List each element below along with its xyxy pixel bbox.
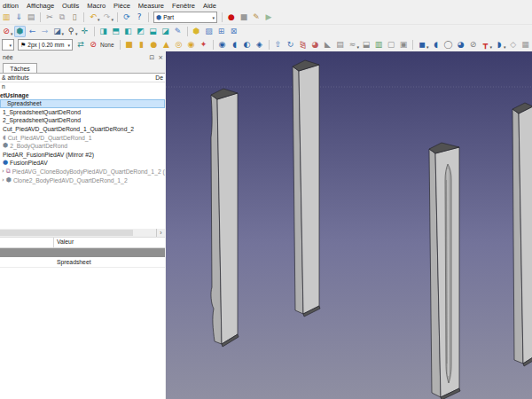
menu-aide[interactable]: Aide xyxy=(203,2,216,10)
python-console-icon[interactable]: ⬢ xyxy=(191,26,202,37)
view-top-icon[interactable]: ⬒ xyxy=(110,26,121,37)
post-tall-leg[interactable] xyxy=(293,60,320,317)
property-row[interactable]: Spreadsheet xyxy=(0,258,165,268)
join-icon[interactable]: ◉ xyxy=(216,39,228,51)
scrollbar-thumb[interactable] xyxy=(0,230,133,236)
save-icon[interactable]: ⇓ xyxy=(13,12,25,23)
tree-item-cut-piedavd-quartderond-1-quartderond-2[interactable]: Cut_PiedAVD_QuartDeRond_1_QuartDeRond_2 xyxy=(0,125,165,134)
tree-item-2-spreadsheetquartderond[interactable]: 2_SpreadsheetQuartDeRond xyxy=(0,116,165,125)
sphere-primitive-icon[interactable]: ● xyxy=(148,39,160,51)
macro-edit-icon[interactable]: ✎ xyxy=(251,12,262,23)
menu-pi-ce[interactable]: Pièce xyxy=(113,2,130,10)
open-icon[interactable]: ▥ xyxy=(1,12,12,23)
post-front-left-leg[interactable] xyxy=(211,89,239,347)
menu-measure[interactable]: Measure xyxy=(138,2,164,10)
common-boolean-icon[interactable]: ◯ xyxy=(442,39,454,51)
offset-icon[interactable]: ▢ xyxy=(386,39,397,51)
link-window-icon[interactable]: ⊠ xyxy=(228,26,239,37)
post-grooved-leg[interactable] xyxy=(429,143,460,399)
tree-item-2-bodyquartderond[interactable]: ⬢2_BodyQuartDeRond xyxy=(0,142,165,151)
folder-icon[interactable]: ▨ xyxy=(203,26,215,37)
new-window-icon[interactable]: ⊞ xyxy=(215,26,227,37)
3d-scene[interactable] xyxy=(166,51,532,399)
connect-icon[interactable]: ◐ xyxy=(241,39,253,51)
extrude-icon[interactable]: ⇧ xyxy=(272,39,284,51)
menu-outils[interactable]: Outils xyxy=(62,2,79,10)
cylinder-primitive-icon[interactable]: ▮ xyxy=(136,39,147,51)
tree-item-cut-piedavd-quartderond-1[interactable]: ◖Cut_PiedAVD_QuartDeRond_1 xyxy=(0,134,165,143)
menu-fen-tre[interactable]: Fenêtre xyxy=(172,2,195,10)
tree-header[interactable]: & attributs De xyxy=(0,74,165,82)
embed-icon[interactable]: ◈ xyxy=(254,39,265,51)
defeaturing-icon[interactable]: ◇ xyxy=(507,39,519,51)
tree-item-clone2-bodypiedavd-quartderond-1-2[interactable]: ›⬢Clone2_BodyPiedAVD_QuartDeRond_1_2 xyxy=(0,176,165,185)
box-primitive-icon[interactable]: ■ xyxy=(123,39,135,51)
tube-primitive-icon[interactable]: ◉ xyxy=(185,39,197,51)
appearance-none-icon[interactable]: ⊘ xyxy=(88,39,99,51)
view-rear-icon[interactable]: ◩ xyxy=(135,26,146,37)
measure-icon[interactable]: ✎ xyxy=(172,26,184,37)
macro-record-icon[interactable]: ● xyxy=(226,12,238,23)
float-panel-icon[interactable]: ⊡ xyxy=(149,54,154,61)
expander-icon[interactable]: › xyxy=(2,168,4,176)
torus-primitive-icon[interactable]: ◎ xyxy=(173,39,184,51)
workbench-selector[interactable]: ⬢Part▾ xyxy=(153,12,217,23)
line-width-combo[interactable]: ⚑2px | 0.20 mm▾ xyxy=(18,39,73,51)
cross-sections-icon[interactable]: ▥ xyxy=(373,39,385,51)
tree-item-label: PiedAR_FusionPiedAV (Mirror #2) xyxy=(3,151,94,160)
shape-builder-icon[interactable]: ✦ xyxy=(198,39,209,51)
fit-all-icon[interactable]: ✛ xyxy=(79,26,90,37)
menu-affichage[interactable]: Affichage xyxy=(27,2,54,10)
split-icon[interactable]: ◖ xyxy=(229,39,240,51)
check-geometry-icon[interactable]: ▦ xyxy=(520,39,531,51)
scroll-right-arrow-icon[interactable]: › xyxy=(156,229,165,237)
tree-item-label: PiedAVG_CloneBodyBodyPiedAVD_QuartDeRond… xyxy=(12,168,165,176)
copy-icon[interactable]: ⧉ xyxy=(57,12,68,23)
nav-back-icon[interactable]: ← xyxy=(27,26,38,37)
view-bottom-icon[interactable]: ⬓ xyxy=(147,26,159,37)
expander-icon[interactable]: › xyxy=(2,176,4,185)
mirror-icon[interactable]: ⧎ xyxy=(297,39,309,51)
tree-horizontal-scrollbar[interactable]: › xyxy=(0,229,165,238)
menu-macro[interactable]: Macro xyxy=(87,2,106,10)
view-right-icon[interactable]: ◧ xyxy=(122,26,134,37)
menu-dition[interactable]: dition xyxy=(3,2,19,10)
chamfer-icon[interactable]: ◣ xyxy=(322,39,333,51)
print-icon[interactable]: ▤ xyxy=(26,12,37,23)
thickness-icon[interactable]: ▣ xyxy=(398,39,410,51)
close-panel-icon[interactable]: × xyxy=(158,54,163,61)
xor-boolean-icon[interactable]: ⊘ xyxy=(467,39,479,51)
cut-boolean-icon[interactable]: ◖ xyxy=(430,39,442,51)
revolve-icon[interactable]: ↻ xyxy=(285,39,296,51)
tree-item-piedavg-clonebodybodypiedavd-quartderond[interactable]: ›⧉PiedAVG_CloneBodyBodyPiedAVD_QuartDeRo… xyxy=(0,168,165,176)
tree-item-application[interactable]: n xyxy=(0,82,165,91)
whats-this-icon[interactable]: ? xyxy=(134,12,145,23)
loft-icon[interactable]: ▤ xyxy=(334,39,346,51)
cone-primitive-icon[interactable]: ▲ xyxy=(160,39,172,51)
view-left-icon[interactable]: ◪ xyxy=(160,26,171,37)
view-front-icon[interactable]: ◨ xyxy=(98,26,109,37)
macro-play-icon[interactable]: ▶ xyxy=(263,12,275,23)
paste-icon[interactable]: ▯ xyxy=(69,12,81,23)
freecad-window: ditionAffichageOutilsMacroPièceMeasureFe… xyxy=(0,0,532,399)
tree-item-fusionpiedav[interactable]: ●FusionPiedAV xyxy=(0,159,165,168)
cut-icon[interactable]: ✂ xyxy=(44,12,56,23)
tree-item-piedar-fusionpiedav-mirror-2[interactable]: PiedAR_FusionPiedAV (Mirror #2) xyxy=(0,151,165,160)
post-right-edge-leg[interactable] xyxy=(512,103,532,366)
macro-stop-icon[interactable]: ■ xyxy=(239,12,250,23)
tree-item-spreadsheet[interactable]: Spreadsheet xyxy=(0,99,165,108)
column-divider[interactable] xyxy=(53,238,54,247)
fillet-icon[interactable]: ◕ xyxy=(309,39,321,51)
axonometric-view-icon[interactable]: ⬢ xyxy=(14,26,26,37)
tree-item-icon: ⬢ xyxy=(6,176,12,185)
refresh-icon[interactable]: ⟳ xyxy=(121,12,133,23)
tree-item-1-spreadsheetquartderond[interactable]: 1_SpreadsheetQuartDeRond xyxy=(0,108,165,117)
style-combo-partial[interactable]: ▾ xyxy=(2,39,14,51)
union-boolean-icon[interactable]: ◕ xyxy=(455,39,466,51)
swap-view-icon[interactable]: ⇄ xyxy=(75,39,87,51)
section-icon[interactable]: ⬓ xyxy=(361,39,372,51)
3d-viewport[interactable] xyxy=(166,51,532,399)
tree-item-document[interactable]: etUsinage xyxy=(0,91,165,100)
nav-forward-icon[interactable]: → xyxy=(39,26,51,37)
property-group-row[interactable] xyxy=(0,248,165,257)
